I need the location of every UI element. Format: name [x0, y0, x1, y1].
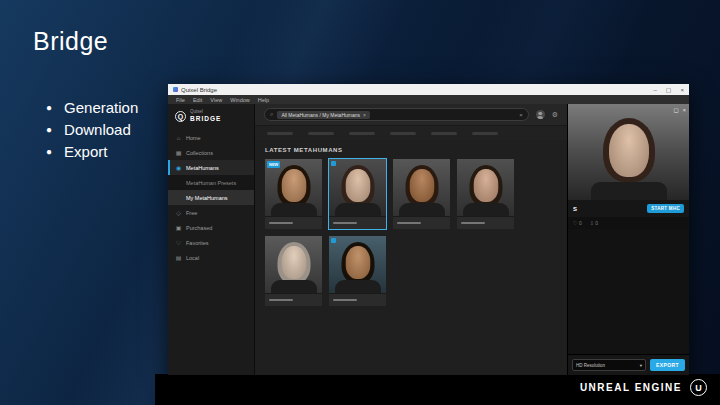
sidebar-item-favorites[interactable]: ♡Favorites	[168, 235, 254, 250]
menu-view[interactable]: View	[206, 97, 226, 103]
window-titlebar[interactable]: Quixel Bridge – ▢ ×	[168, 84, 689, 95]
export-bar: HD Resolution ▾ EXPORT	[568, 354, 689, 375]
slide-title: Bridge	[33, 27, 108, 56]
chip-close-icon[interactable]: ×	[363, 112, 366, 118]
thumb-face	[345, 246, 370, 279]
sidebar-item-metahumans[interactable]: ◉MetaHumans	[168, 160, 254, 175]
metahuman-name: S	[573, 206, 577, 212]
menu-bar: FileEditViewWindowHelp	[168, 95, 689, 104]
expand-icon[interactable]: ▢	[674, 107, 679, 113]
detail-stats-row: ♡ 0 ⇩ 0	[568, 217, 689, 229]
export-button[interactable]: EXPORT	[650, 359, 685, 371]
sidebar-nav: ⌂Home▦Collections◉MetaHumansMetaHuman Pr…	[168, 130, 254, 265]
bullet-list: ●Generation●Download●Export	[46, 97, 138, 163]
metahuman-thumbnail	[329, 159, 386, 216]
thumb-torso	[399, 203, 445, 216]
app-icon	[173, 87, 178, 92]
heart-icon[interactable]: ♡	[573, 220, 577, 226]
maximize-button[interactable]: ▢	[666, 87, 672, 93]
resolution-select[interactable]: HD Resolution ▾	[572, 359, 646, 371]
metahuman-card-name	[265, 293, 322, 306]
app-body: Q Quixel BRIDGE ⌂Home▦Collections◉MetaHu…	[168, 104, 689, 375]
menu-window[interactable]: Window	[226, 97, 254, 103]
user-avatar[interactable]	[536, 110, 545, 119]
metahuman-card-name	[329, 216, 386, 229]
thumb-torso	[335, 203, 381, 216]
thumb-face	[281, 246, 306, 279]
local-icon: ▤	[175, 254, 182, 261]
metahuman-card[interactable]	[329, 236, 386, 306]
purchased-icon: ▣	[175, 224, 182, 231]
window-title: Quixel Bridge	[181, 87, 644, 93]
card-name-text	[269, 222, 293, 225]
main-area: ⌕ All MetaHumans / My MetaHumans × × ⚙ L…	[255, 104, 567, 375]
chevron-down-icon: ▾	[640, 363, 642, 368]
sidebar-item-label: MetaHuman Presets	[186, 180, 236, 186]
filter-tab-placeholder[interactable]	[431, 132, 457, 135]
metahuman-card-name	[393, 216, 450, 229]
detail-panel: ▢ × S START MHC ♡ 0 ⇩ 0 HD Resolution ▾	[567, 104, 689, 375]
filter-tab-placeholder[interactable]	[472, 132, 498, 135]
search-clear-icon[interactable]: ×	[519, 112, 523, 118]
menu-file[interactable]: File	[172, 97, 189, 103]
thumb-face	[409, 169, 434, 202]
sidebar-item-label: Free	[186, 210, 197, 216]
preview-torso	[591, 182, 667, 200]
bullet-icon: ●	[46, 97, 52, 119]
start-mhc-button[interactable]: START MHC	[647, 204, 684, 213]
app-logo: Q Quixel BRIDGE	[168, 104, 254, 127]
filter-tab-placeholder[interactable]	[308, 132, 334, 135]
sidebar-item-local[interactable]: ▤Local	[168, 250, 254, 265]
bullet-label: Download	[64, 119, 131, 141]
filter-tab-placeholder[interactable]	[267, 132, 293, 135]
detail-empty-area	[568, 229, 689, 354]
metahuman-card[interactable]	[265, 236, 322, 306]
search-input[interactable]: ⌕ All MetaHumans / My MetaHumans × ×	[264, 108, 529, 121]
bullet-label: Generation	[64, 97, 138, 119]
minimize-button[interactable]: –	[653, 87, 656, 93]
sidebar-item-home[interactable]: ⌂Home	[168, 130, 254, 145]
metahuman-card[interactable]: NEW	[265, 159, 322, 229]
mhc-indicator-icon	[331, 238, 336, 243]
close-button[interactable]: ×	[680, 87, 684, 93]
mhc-indicator-icon	[331, 161, 336, 166]
detail-info-row: S START MHC	[568, 200, 689, 217]
bullet-label: Export	[64, 141, 107, 163]
sidebar: Q Quixel BRIDGE ⌂Home▦Collections◉MetaHu…	[168, 104, 255, 375]
gear-icon[interactable]: ⚙	[552, 111, 558, 118]
quixel-logo-icon: Q	[175, 111, 186, 122]
logo-text-bottom: BRIDGE	[190, 115, 221, 122]
card-name-text	[397, 222, 421, 225]
favorites-icon: ♡	[175, 239, 182, 246]
preview-close-icon[interactable]: ×	[683, 107, 686, 113]
search-icon: ⌕	[270, 111, 273, 118]
category-filter-row	[255, 126, 567, 140]
unreal-engine-brand: UNREAL ENGINE U	[580, 379, 707, 396]
metahuman-thumbnail	[265, 236, 322, 293]
thumb-torso	[271, 203, 317, 216]
sidebar-item-metahuman-presets[interactable]: MetaHuman Presets	[168, 175, 254, 190]
thumb-face	[345, 169, 370, 202]
home-icon: ⌂	[175, 135, 182, 141]
sidebar-item-free[interactable]: ◇Free	[168, 205, 254, 220]
metahuman-card[interactable]	[457, 159, 514, 229]
menu-help[interactable]: Help	[254, 97, 273, 103]
bullet-icon: ●	[46, 119, 52, 141]
sidebar-item-purchased[interactable]: ▣Purchased	[168, 220, 254, 235]
metahuman-card[interactable]	[329, 159, 386, 229]
metahuman-thumbnail	[457, 159, 514, 216]
metahuman-card[interactable]	[393, 159, 450, 229]
metahuman-thumbnail: NEW	[265, 159, 322, 216]
metahuman-card-name	[457, 216, 514, 229]
downloads-count: 0	[595, 220, 598, 226]
search-filter-chip[interactable]: All MetaHumans / My MetaHumans ×	[277, 111, 370, 119]
metahuman-card-name	[329, 293, 386, 306]
menu-edit[interactable]: Edit	[189, 97, 206, 103]
resolution-select-value: HD Resolution	[576, 363, 605, 368]
sidebar-item-my-metahumans[interactable]: My MetaHumans	[168, 190, 254, 205]
filter-tab-placeholder[interactable]	[349, 132, 375, 135]
sidebar-item-collections[interactable]: ▦Collections	[168, 145, 254, 160]
sidebar-item-label: My MetaHumans	[186, 195, 228, 201]
filter-tab-placeholder[interactable]	[390, 132, 416, 135]
search-bar-row: ⌕ All MetaHumans / My MetaHumans × × ⚙	[255, 104, 567, 126]
